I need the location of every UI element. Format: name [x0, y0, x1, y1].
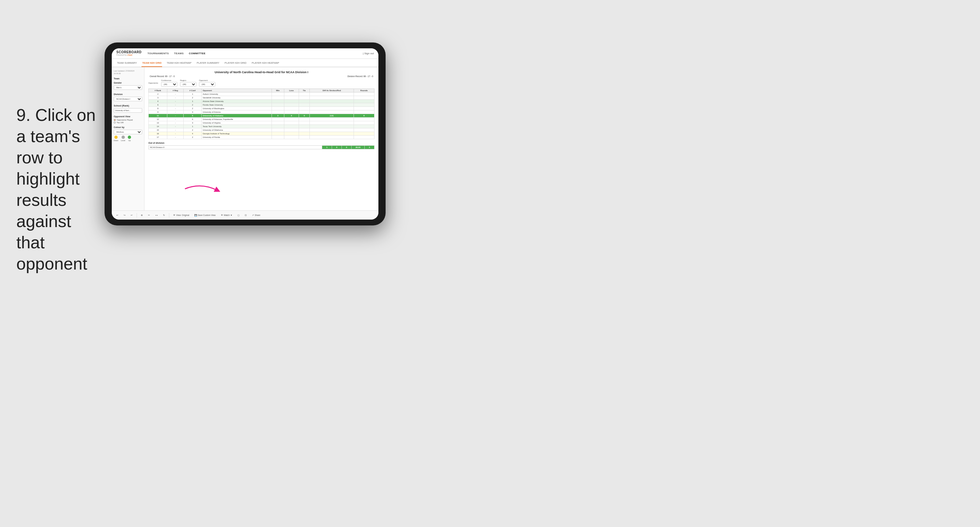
toolbar-square[interactable]: ◻ — [236, 213, 241, 217]
filter-conference-group: Conference (All) — [161, 80, 177, 87]
toolbar-dots[interactable]: ∘∘ — [154, 213, 159, 217]
radio-opponents-played-label: Opponents Played — [117, 119, 133, 121]
toolbar-redo[interactable]: ↪ — [122, 213, 127, 217]
table-row[interactable]: 9-3University of Arizona — [149, 110, 374, 114]
toolbar-separator-1 — [137, 213, 137, 218]
sidebar: Last Updated: 27/03/2024 16:55:38 Team G… — [112, 67, 145, 210]
sidebar-top100-radio[interactable]: Top 100 — [114, 121, 142, 124]
col-tie: Tie — [299, 89, 309, 92]
table-row[interactable]: 16-4Georgia Institute of Technology — [149, 132, 374, 135]
table-row[interactable]: 11-5University of Alabama3002.618 — [149, 114, 374, 118]
toolbar-undo2[interactable]: ↩ — [129, 213, 134, 217]
radio-opponents-played-dot — [114, 119, 116, 121]
toolbar-watch[interactable]: 👁 Watch ▼ — [220, 213, 234, 217]
toolbar-refresh[interactable]: ↻ — [162, 213, 166, 217]
table-row[interactable]: 12-6University of Arkansas, Fayetteville — [149, 118, 374, 121]
sidebar-opponents-played-radio[interactable]: Opponents Played — [114, 119, 142, 121]
bottom-toolbar: ↩ ↪ ↩ ⊕ ✂ ∘∘ ↻ 👁 View: Original 💾 Save C… — [112, 210, 379, 220]
toolbar-cut[interactable]: ✂ — [147, 213, 151, 217]
sidebar-opponent-view-label: Opponent View — [114, 115, 142, 118]
sidebar-colour-by-select[interactable]: Win/loss — [114, 130, 142, 134]
sub-nav-team-summary[interactable]: TEAM SUMMARY — [116, 59, 138, 67]
filter-conference-select[interactable]: (All) — [161, 82, 177, 87]
sidebar-gender-select[interactable]: Men's — [114, 85, 142, 90]
sidebar-division-select[interactable]: NCAA Division I — [114, 97, 142, 101]
nav-teams[interactable]: TEAMS — [174, 51, 184, 56]
out-division-win: 1 — [322, 146, 332, 149]
table-row[interactable]: 13-3University of Virginia — [149, 121, 374, 125]
sub-nav-team-h2h-grid[interactable]: TEAM H2H GRID — [142, 59, 162, 67]
sub-nav-player-h2h-heatmap[interactable]: PLAYER H2H HEATMAP — [251, 59, 280, 67]
legend-down-circle — [115, 135, 118, 139]
col-rounds: Rounds — [354, 89, 374, 92]
toolbar-share[interactable]: ↗ Share — [251, 213, 261, 217]
out-division-label: NCAA Division II — [149, 146, 322, 149]
sidebar-timestamp: Last Updated: 27/03/2024 16:55:38 — [114, 70, 142, 75]
out-division-loss: 0 — [332, 146, 342, 149]
share-icon: ↗ — [252, 214, 254, 217]
sidebar-gender-label: Gender — [114, 82, 142, 84]
out-division-diff: 26.00 — [352, 146, 365, 149]
main-content: Last Updated: 27/03/2024 16:55:38 Team G… — [112, 67, 379, 210]
sign-out[interactable]: | Sign out — [363, 52, 374, 55]
out-division-row[interactable]: NCAA Division II 1 0 0 26.00 3 — [149, 146, 374, 149]
filter-region-label: Region — [180, 80, 196, 81]
sidebar-school-rank-label: School (Rank) — [114, 105, 142, 107]
toolbar-separator-2 — [169, 213, 169, 218]
col-conf: # Conf — [184, 89, 202, 92]
toolbar-view-original[interactable]: 👁 View: Original — [172, 213, 191, 217]
sidebar-school-rank-box[interactable]: University of Nort... — [114, 108, 142, 113]
out-division-rounds: 3 — [365, 146, 374, 149]
table-row[interactable]: 14-1Texas Tech University — [149, 125, 374, 128]
legend-up-circle — [128, 135, 131, 139]
grid-area: University of North Carolina Head-to-Hea… — [145, 67, 379, 210]
save-custom-icon: 💾 — [194, 214, 197, 217]
table-row[interactable]: 6-2Florida State University — [149, 103, 374, 107]
legend-down: Down — [114, 135, 118, 142]
opponents-label: Opponents: — [148, 82, 159, 84]
table-row[interactable]: 17-2University of Florida — [149, 135, 374, 139]
nav-committee[interactable]: COMMITTEE — [189, 51, 205, 56]
grid-title: University of North Carolina Head-to-Hea… — [148, 70, 374, 74]
sub-nav: TEAM SUMMARY TEAM H2H GRID TEAM H2H HEAT… — [112, 59, 379, 67]
grid-records-row: Overall Record: 89 - 17 - 0 Division Rec… — [148, 75, 374, 77]
sub-nav-player-summary[interactable]: PLAYER SUMMARY — [196, 59, 220, 67]
legend-row: Down Level Up — [114, 135, 142, 142]
toolbar-add[interactable]: ⊕ — [140, 213, 144, 217]
toolbar-undo[interactable]: ↩ — [115, 213, 119, 217]
col-rank: # Rank — [149, 89, 167, 92]
toolbar-grid-icon[interactable]: ⊡ — [243, 213, 248, 217]
table-row[interactable]: 2-1Auburn University — [149, 92, 374, 96]
sub-nav-player-h2h-grid[interactable]: PLAYER H2H GRID — [224, 59, 247, 67]
legend-level-label: Level — [121, 140, 125, 142]
filter-opponent-select[interactable]: (All) — [199, 82, 215, 87]
top-nav: SCOREBOARD Powered by clippi TOURNAMENTS… — [112, 48, 379, 59]
col-win: Win — [272, 89, 284, 92]
filter-conference-label: Conference — [161, 80, 177, 81]
overall-record: Overall Record: 89 - 17 - 0 — [150, 75, 175, 77]
table-row[interactable]: 8-2University of Washington — [149, 107, 374, 110]
logo-scoreboard: SCOREBOARD — [116, 51, 142, 54]
sidebar-team-label: Team — [114, 77, 142, 80]
legend-up: Up — [128, 135, 131, 142]
out-division-table: NCAA Division II 1 0 0 26.00 3 — [148, 145, 374, 149]
table-row[interactable]: 3-2Vanderbilt University — [149, 96, 374, 100]
nav-items: TOURNAMENTS TEAMS COMMITTEE — [147, 51, 363, 56]
nav-tournaments[interactable]: TOURNAMENTS — [147, 51, 169, 56]
h2h-table: # Rank # Reg # Conf Opponent Win Loss Ti… — [148, 89, 374, 139]
logo-powered: Powered by clippi — [116, 54, 142, 56]
tablet-screen: SCOREBOARD Powered by clippi TOURNAMENTS… — [112, 48, 379, 220]
filter-region-select[interactable]: (All) — [180, 82, 196, 87]
col-reg: # Reg — [167, 89, 184, 92]
table-row[interactable]: 15-2University of Oklahoma — [149, 128, 374, 132]
legend-up-label: Up — [129, 140, 131, 142]
sub-nav-team-h2h-heatmap[interactable]: TEAM H2H HEATMAP — [166, 59, 192, 67]
sidebar-division-label: Division — [114, 93, 142, 96]
filter-opponent-group: Opponent (All) — [199, 80, 215, 87]
col-opponent: Opponent — [202, 89, 272, 92]
toolbar-save-custom[interactable]: 💾 Save Custom View — [193, 213, 217, 217]
out-of-division-header: Out of division — [148, 142, 374, 144]
out-division-tie: 0 — [342, 146, 352, 149]
watch-icon: 👁 — [221, 214, 223, 216]
table-row[interactable]: 4-1Arizona State University — [149, 100, 374, 103]
